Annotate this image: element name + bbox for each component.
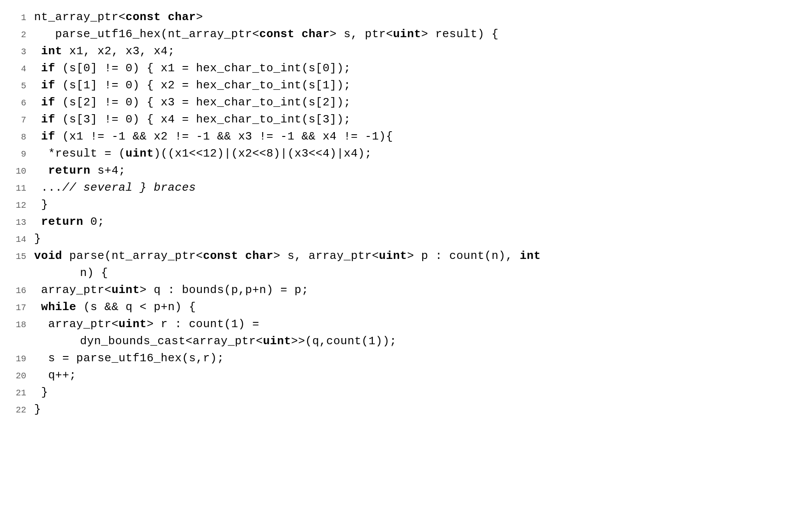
line-number: 7 — [13, 111, 34, 127]
code-content: return s+4; — [34, 162, 125, 179]
code-content: n) { — [34, 265, 108, 282]
code-line: 7 if (s[3] != 0) { x4 = hex_char_to_int(… — [13, 111, 799, 128]
code-line: 2 parse_utf16_hex(nt_array_ptr<const cha… — [13, 26, 799, 43]
code-line: 14} — [13, 231, 799, 248]
line-number: 12 — [13, 196, 34, 212]
line-number: 21 — [13, 384, 34, 400]
code-content: q++; — [34, 367, 76, 384]
code-content: if (s[2] != 0) { x3 = hex_char_to_int(s[… — [34, 94, 351, 111]
code-content: nt_array_ptr<const char> — [34, 9, 203, 26]
line-number: 3 — [13, 43, 34, 59]
code-content: array_ptr<uint> q : bounds(p,p+n) = p; — [34, 282, 309, 299]
code-line: 21 } — [13, 384, 799, 401]
code-content: while (s && q < p+n) { — [34, 299, 196, 316]
line-number: 2 — [13, 26, 34, 42]
line-number: 9 — [13, 145, 34, 161]
code-line: dyn_bounds_cast<array_ptr<uint>>(q,count… — [13, 333, 799, 350]
code-line: 5 if (s[1] != 0) { x2 = hex_char_to_int(… — [13, 77, 799, 94]
code-line: 19 s = parse_utf16_hex(s,r); — [13, 350, 799, 367]
line-number: 17 — [13, 299, 34, 314]
line-number: 5 — [13, 77, 34, 93]
line-number: 8 — [13, 128, 34, 144]
line-number: 18 — [13, 316, 34, 332]
code-content: *result = (uint)((x1<<12)|(x2<<8)|(x3<<4… — [34, 145, 372, 162]
code-content: array_ptr<uint> r : count(1) = — [34, 316, 259, 333]
code-content: } — [34, 196, 48, 213]
line-number: 16 — [13, 282, 34, 297]
code-content: void parse(nt_array_ptr<const char> s, a… — [34, 248, 541, 265]
code-line: 9 *result = (uint)((x1<<12)|(x2<<8)|(x3<… — [13, 145, 799, 162]
code-line: 16 array_ptr<uint> q : bounds(p,p+n) = p… — [13, 282, 799, 299]
code-line: 12 } — [13, 196, 799, 213]
code-line: 20 q++; — [13, 367, 799, 384]
line-number: 19 — [13, 350, 34, 366]
line-number: 13 — [13, 213, 34, 229]
line-number: 14 — [13, 231, 34, 246]
code-content: if (s[0] != 0) { x1 = hex_char_to_int(s[… — [34, 60, 351, 77]
code-content: } — [34, 401, 41, 418]
code-line: 18 array_ptr<uint> r : count(1) = — [13, 316, 799, 333]
line-number: 15 — [13, 248, 34, 263]
code-content: parse_utf16_hex(nt_array_ptr<const char>… — [34, 26, 499, 43]
code-content: int x1, x2, x3, x4; — [34, 43, 175, 60]
code-line: 13 return 0; — [13, 213, 799, 231]
line-number: 4 — [13, 60, 34, 76]
code-line: 8 if (x1 != -1 && x2 != -1 && x3 != -1 &… — [13, 128, 799, 145]
line-number: 6 — [13, 94, 34, 110]
code-line: 17 while (s && q < p+n) { — [13, 299, 799, 316]
code-content: if (x1 != -1 && x2 != -1 && x3 != -1 && … — [34, 128, 393, 145]
code-content: ...// several } braces — [34, 179, 196, 196]
line-number: 11 — [13, 179, 34, 195]
code-content: return 0; — [34, 213, 104, 231]
code-line: 10 return s+4; — [13, 162, 799, 179]
line-number — [13, 265, 34, 267]
code-line: n) { — [13, 265, 799, 282]
line-number: 22 — [13, 401, 34, 417]
code-content: if (s[3] != 0) { x4 = hex_char_to_int(s[… — [34, 111, 351, 128]
line-number: 10 — [13, 162, 34, 178]
code-content: } — [34, 384, 48, 401]
code-content: dyn_bounds_cast<array_ptr<uint>>(q,count… — [34, 333, 397, 350]
code-line: 4 if (s[0] != 0) { x1 = hex_char_to_int(… — [13, 60, 799, 77]
code-line: 3 int x1, x2, x3, x4; — [13, 43, 799, 60]
code-content: if (s[1] != 0) { x2 = hex_char_to_int(s[… — [34, 77, 351, 94]
code-content: s = parse_utf16_hex(s,r); — [34, 350, 224, 367]
code-line: 22} — [13, 401, 799, 418]
code-line: 15void parse(nt_array_ptr<const char> s,… — [13, 248, 799, 265]
line-number: 1 — [13, 9, 34, 24]
code-content: } — [34, 231, 41, 248]
code-line: 11 ...// several } braces — [13, 179, 799, 196]
code-line: 6 if (s[2] != 0) { x3 = hex_char_to_int(… — [13, 94, 799, 111]
line-number — [13, 333, 34, 335]
line-number: 20 — [13, 367, 34, 383]
code-line: 1nt_array_ptr<const char> — [13, 9, 799, 26]
code-listing: 1nt_array_ptr<const char>2 parse_utf16_h… — [13, 9, 799, 418]
